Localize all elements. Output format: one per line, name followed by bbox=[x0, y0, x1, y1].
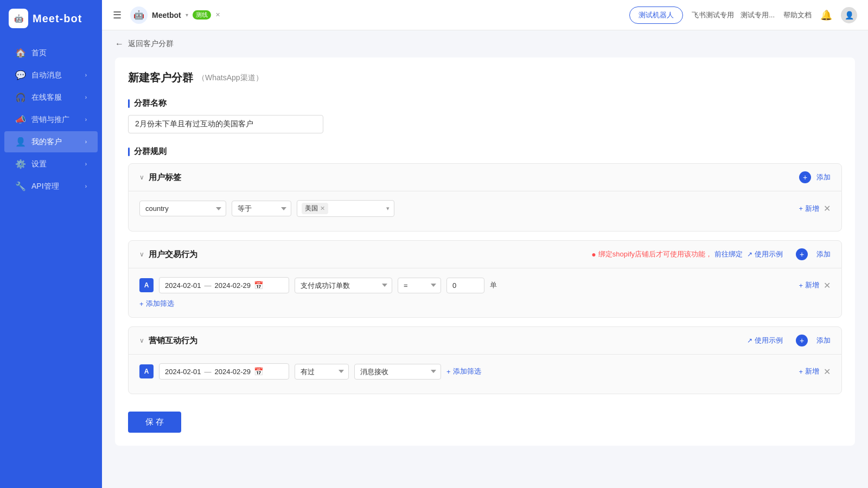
add-marketing-label[interactable]: 添加 bbox=[816, 336, 831, 345]
delete-marketing-filter-icon[interactable]: ✕ bbox=[824, 367, 831, 377]
marketing-field-select[interactable]: 消息接收 bbox=[354, 364, 441, 380]
section-name-label: 分群名称 bbox=[128, 98, 842, 108]
transaction-operator-select[interactable]: = > < bbox=[398, 278, 441, 293]
sidebar-nav: 🏠 首页 💬 自动消息 › 🎧 在线客服 › 📣 营销与推广 › 👤 我的客户 … bbox=[0, 37, 102, 488]
segment-name-input[interactable] bbox=[128, 115, 323, 133]
section-rule-label: 分群规则 bbox=[128, 146, 842, 157]
sidebar-item-label-customers: 我的客户 bbox=[31, 137, 80, 147]
rule-card-header-user-tags: ∨ 用户标签 + 添加 bbox=[129, 164, 841, 191]
add-icon-2: + bbox=[800, 250, 804, 259]
sidebar-item-label-api: API管理 bbox=[31, 182, 80, 191]
sidebar-item-marketing[interactable]: 📣 营销与推广 › bbox=[4, 109, 98, 130]
rule-card-user-tags: ∨ 用户标签 + 添加 country bbox=[128, 163, 842, 232]
use-example-button-2[interactable]: ↗ 使用示例 bbox=[747, 336, 783, 345]
collapse-icon-1[interactable]: ∨ bbox=[139, 174, 144, 181]
new-country-filter-button[interactable]: + 新增 bbox=[799, 204, 819, 214]
save-button[interactable]: 保 存 bbox=[128, 412, 181, 433]
rule-card-title-marketing: 营销互动行为 bbox=[149, 336, 743, 346]
sidebar-item-label-auto: 自动消息 bbox=[31, 70, 80, 80]
new-marketing-label: 新增 bbox=[805, 367, 819, 376]
back-arrow-icon: ← bbox=[115, 39, 124, 49]
home-icon: 🏠 bbox=[15, 48, 26, 58]
shopify-bind-link[interactable]: 前往绑定 bbox=[714, 249, 743, 259]
test-robot-button[interactable]: 测试机器人 bbox=[629, 7, 683, 24]
delete-transaction-filter-icon[interactable]: ✕ bbox=[824, 280, 831, 291]
calendar-icon-1[interactable]: 📅 bbox=[254, 281, 263, 290]
transaction-date-range[interactable]: 2024-02-01 — 2024-02-29 📅 bbox=[159, 277, 289, 293]
back-bar[interactable]: ← 返回客户分群 bbox=[102, 30, 868, 57]
plus-icon-4: + bbox=[446, 368, 451, 376]
use-example-label-2: 使用示例 bbox=[755, 336, 783, 345]
add-user-tag-label[interactable]: 添加 bbox=[816, 172, 831, 182]
add-filter-text-1: 添加筛选 bbox=[146, 299, 174, 309]
bot-avatar: 🤖 bbox=[130, 7, 148, 24]
external-link-icon-1: ↗ bbox=[747, 251, 752, 258]
marketing-icon: 📣 bbox=[15, 114, 26, 125]
country-operator-select[interactable]: 等于 不等于 包含 不包含 bbox=[232, 201, 291, 216]
external-link-icon-2: ↗ bbox=[747, 337, 752, 344]
add-marketing-filter-inline[interactable]: + 添加筛选 bbox=[446, 367, 481, 376]
country-tag-dropdown-icon[interactable]: ▾ bbox=[386, 205, 390, 212]
sidebar-item-api[interactable]: 🔧 API管理 › bbox=[4, 176, 98, 197]
country-field-select[interactable]: country bbox=[139, 201, 226, 216]
hamburger-icon[interactable]: ☰ bbox=[113, 9, 122, 21]
marketing-row-tag: A bbox=[139, 364, 154, 378]
date-separator-2: — bbox=[205, 368, 212, 376]
new-marketing-filter-button[interactable]: + 新增 bbox=[799, 367, 819, 376]
transaction-unit: 单 bbox=[490, 280, 497, 290]
transaction-field-select[interactable]: 支付成功订单数 bbox=[295, 278, 392, 293]
sidebar-item-label-live: 在线客服 bbox=[31, 93, 80, 102]
rule-card-body-user-tags: country 等于 不等于 包含 不包含 美国 ✕ bbox=[129, 191, 841, 231]
user-info-text2: 测试专用... bbox=[741, 10, 775, 20]
collapse-icon-2[interactable]: ∨ bbox=[139, 251, 144, 258]
bot-status-badge: 测线 bbox=[193, 10, 211, 20]
user-avatar[interactable]: 👤 bbox=[841, 7, 857, 23]
transaction-value-input[interactable] bbox=[446, 278, 484, 293]
add-user-tag-button[interactable]: + bbox=[799, 171, 811, 183]
add-transaction-label[interactable]: 添加 bbox=[816, 249, 831, 259]
sidebar-item-settings[interactable]: ⚙️ 设置 › bbox=[4, 153, 98, 175]
new-country-label: 新增 bbox=[805, 204, 819, 214]
add-transaction-button[interactable]: + bbox=[796, 248, 808, 260]
add-transaction-filter-link[interactable]: + 添加筛选 bbox=[139, 299, 831, 309]
topbar: ☰ 🤖 Meetbot ▾ 测线 ✕ 测试机器人 飞书测试专用 测试专用... … bbox=[102, 0, 868, 30]
warning-text: 绑定shopify店铺后才可使用该功能， bbox=[598, 249, 712, 259]
bot-badge-close-icon[interactable]: ✕ bbox=[215, 11, 220, 18]
bot-dropdown-arrow[interactable]: ▾ bbox=[186, 12, 188, 18]
new-transaction-filter-button[interactable]: + 新增 bbox=[799, 280, 819, 290]
rule-card-header-marketing: ∨ 营销互动行为 ↗ 使用示例 + 添加 bbox=[129, 327, 841, 355]
transaction-date-end: 2024-02-29 bbox=[215, 281, 251, 290]
rule-card-marketing: ∨ 营销互动行为 ↗ 使用示例 + 添加 bbox=[128, 326, 842, 394]
bot-card: 🤖 Meetbot ▾ 测线 ✕ bbox=[130, 7, 220, 24]
bell-icon[interactable]: 🔔 bbox=[820, 9, 832, 21]
marketing-operator-select[interactable]: 有过 没有过 bbox=[295, 364, 349, 380]
section-name-text: 分群名称 bbox=[134, 98, 167, 108]
add-filter-text-2: 添加筛选 bbox=[453, 367, 481, 376]
delete-country-filter-icon[interactable]: ✕ bbox=[824, 203, 831, 214]
collapse-icon-3[interactable]: ∨ bbox=[139, 337, 144, 344]
page-title-sub: （WhatsApp渠道） bbox=[197, 73, 263, 83]
sidebar-item-my-customers[interactable]: 👤 我的客户 › bbox=[4, 131, 98, 152]
add-marketing-button[interactable]: + bbox=[796, 335, 808, 346]
country-tag-close-icon[interactable]: ✕ bbox=[320, 205, 325, 212]
rule-card-body-marketing: A 2024-02-01 — 2024-02-29 📅 有过 没有过 消 bbox=[129, 355, 841, 394]
rule-card-title-transactions: 用户交易行为 bbox=[149, 249, 587, 260]
section-bar-indicator bbox=[128, 99, 130, 108]
country-value-tag-container: 美国 ✕ ▾ bbox=[297, 200, 394, 217]
plus-icon-1: + bbox=[799, 204, 803, 213]
calendar-icon-2[interactable]: 📅 bbox=[254, 367, 263, 376]
warning-icon: ● bbox=[591, 250, 596, 259]
marketing-date-start: 2024-02-01 bbox=[165, 368, 201, 376]
filter-row-transaction: A 2024-02-01 — 2024-02-29 📅 支付成功订单数 = bbox=[139, 277, 831, 293]
use-example-button-1[interactable]: ↗ 使用示例 bbox=[747, 249, 783, 259]
sidebar-item-auto-message[interactable]: 💬 自动消息 › bbox=[4, 65, 98, 86]
sidebar-item-live-service[interactable]: 🎧 在线客服 › bbox=[4, 87, 98, 108]
sidebar-logo: 🤖 Meet-bot bbox=[0, 0, 102, 37]
help-doc-link[interactable]: 帮助文档 bbox=[783, 10, 812, 20]
page-title-text: 新建客户分群 bbox=[128, 70, 193, 85]
marketing-date-range[interactable]: 2024-02-01 — 2024-02-29 📅 bbox=[159, 363, 289, 380]
section-bar-indicator-2 bbox=[128, 147, 130, 156]
sidebar-item-home[interactable]: 🏠 首页 bbox=[4, 42, 98, 63]
date-separator-1: — bbox=[205, 281, 212, 290]
auto-message-icon: 💬 bbox=[15, 70, 26, 80]
